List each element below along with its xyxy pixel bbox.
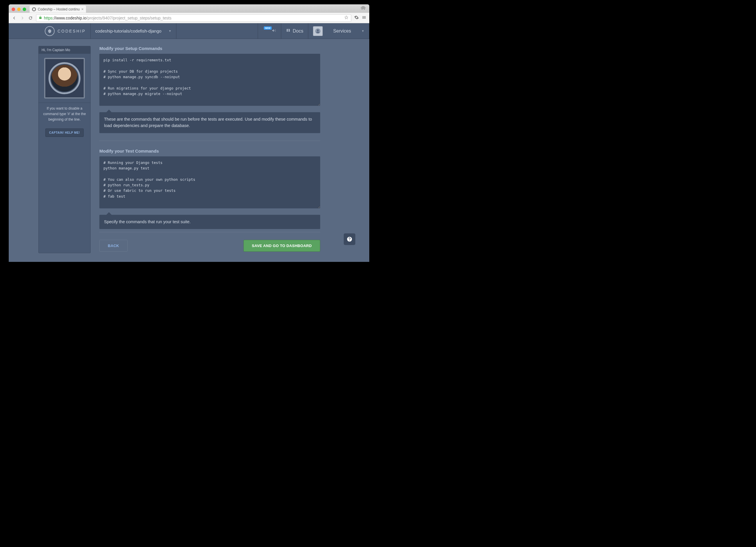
megaphone-icon: [272, 28, 276, 34]
logo[interactable]: CODESHIP: [9, 23, 91, 39]
chevron-down-icon: ▼: [361, 29, 364, 33]
lock-icon: [39, 15, 42, 20]
incognito-icon: [359, 5, 367, 13]
tab-strip: Codeship – Hosted continu ×: [9, 4, 369, 13]
close-window-button[interactable]: [12, 8, 15, 11]
reload-button[interactable]: [28, 15, 33, 21]
browser-window: Codeship – Hosted continu × https ://www…: [9, 4, 369, 262]
captain-panel: Hi, I'm Captain Mo If you want to disabl…: [38, 46, 91, 253]
save-dashboard-button[interactable]: SAVE AND GO TO DASHBOARD: [243, 240, 320, 252]
back-button[interactable]: [12, 15, 17, 21]
logo-text: CODESHIP: [58, 29, 86, 33]
project-name: codeship-tutorials/codefish-django: [95, 28, 162, 33]
setup-commands-title: Modify your Setup Commands: [99, 46, 320, 51]
minimize-window-button[interactable]: [17, 8, 21, 11]
services-menu[interactable]: Services ▼: [308, 23, 369, 39]
url-path: /projects/9407/project_setup_steps/setup…: [86, 16, 171, 20]
logo-icon: [45, 26, 55, 36]
services-label: Services: [333, 28, 351, 34]
main-column: Modify your Setup Commands These are the…: [99, 46, 326, 253]
announcements-button[interactable]: NEW: [258, 23, 281, 39]
docs-label: Docs: [293, 28, 303, 34]
favicon-icon: [32, 7, 36, 11]
docs-link[interactable]: Docs: [281, 23, 308, 39]
browser-tab[interactable]: Codeship – Hosted continu ×: [30, 6, 86, 13]
zoom-window-button[interactable]: [23, 8, 26, 11]
test-commands-hint: Specify the commands that run your test …: [99, 215, 320, 229]
captain-header: Hi, I'm Captain Mo: [39, 46, 90, 54]
captain-help-button[interactable]: CAPTAIN! HELP ME!: [45, 128, 84, 137]
bookmark-icon[interactable]: [344, 15, 349, 21]
setup-commands-hint: These are the commands that should be ru…: [99, 112, 320, 133]
captain-avatar: [39, 54, 90, 103]
url-protocol: https: [44, 16, 53, 20]
menu-icon[interactable]: [362, 15, 366, 21]
divider: [99, 141, 320, 141]
tab-title: Codeship – Hosted continu: [38, 7, 80, 11]
window-controls: [11, 8, 28, 13]
project-selector[interactable]: codeship-tutorials/codefish-django ▼: [91, 23, 176, 39]
forward-button[interactable]: [20, 15, 25, 21]
captain-tip: If you want to disable a command type '#…: [39, 103, 90, 125]
settings-icon[interactable]: [354, 15, 359, 21]
close-tab-icon[interactable]: ×: [81, 7, 84, 11]
chevron-down-icon: ▼: [169, 29, 171, 33]
help-fab[interactable]: [344, 233, 355, 245]
footer-actions: BACK SAVE AND GO TO DASHBOARD: [99, 232, 320, 252]
back-step-button[interactable]: BACK: [99, 240, 128, 252]
app-header: CODESHIP codeship-tutorials/codefish-dja…: [9, 23, 369, 39]
setup-commands-textarea[interactable]: [99, 54, 320, 106]
book-icon: [286, 28, 291, 34]
new-badge: NEW: [264, 26, 272, 30]
url-host: ://www.codeship.io: [53, 16, 86, 20]
page-content: Hi, I'm Captain Mo If you want to disabl…: [9, 39, 369, 262]
avatar: [313, 26, 323, 36]
sidebar: Hi, I'm Captain Mo If you want to disabl…: [9, 46, 91, 253]
test-commands-title: Modify your Test Commands: [99, 148, 320, 153]
browser-toolbar: https ://www.codeship.io /projects/9407/…: [9, 13, 369, 23]
address-bar[interactable]: https ://www.codeship.io /projects/9407/…: [36, 14, 351, 22]
test-commands-textarea[interactable]: [99, 156, 320, 208]
